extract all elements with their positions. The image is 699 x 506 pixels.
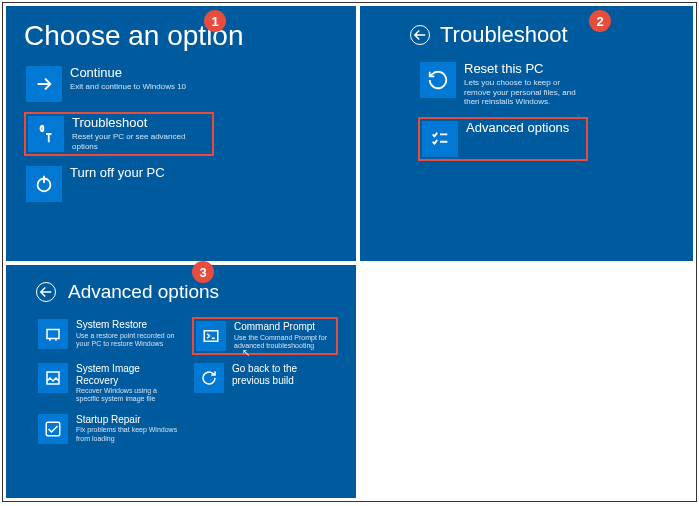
tile-label: Advanced options <box>466 121 569 136</box>
svg-rect-2 <box>204 331 218 342</box>
terminal-icon <box>196 321 226 351</box>
tile-go-back-previous-build[interactable]: Go back to the previous build <box>192 361 338 406</box>
tile-system-restore[interactable]: System Restore Use a restore point recor… <box>36 317 182 355</box>
page-title: Advanced options <box>68 281 219 303</box>
checklist-icon <box>422 121 458 157</box>
svg-rect-3 <box>47 372 59 384</box>
tile-reset-pc[interactable]: Reset this PC Lets you choose to keep or… <box>418 60 588 109</box>
restore-icon <box>38 319 68 349</box>
tile-command-prompt[interactable]: Command Prompt Use the Command Prompt fo… <box>192 317 338 355</box>
tile-label: Troubleshoot <box>72 116 210 131</box>
svg-rect-1 <box>47 330 59 339</box>
tile-label: System Restore <box>76 319 180 331</box>
panel-advanced-options: 3 Advanced options System Restore Use a … <box>6 265 356 498</box>
tile-system-image-recovery[interactable]: System Image Recovery Recover Windows us… <box>36 361 182 406</box>
tools-icon <box>28 116 64 152</box>
tile-label: Turn off your PC <box>70 166 165 181</box>
tile-subtitle: Fix problems that keep Windows from load… <box>76 426 180 443</box>
tile-subtitle: Use a restore point recorded on your PC … <box>76 332 180 349</box>
tile-label: System Image Recovery <box>76 363 180 386</box>
tile-subtitle: Use the Command Prompt for advanced trou… <box>234 334 334 351</box>
panel-choose-option: 1 Choose an option Continue Exit and con… <box>6 6 356 261</box>
tile-subtitle: Reset your PC or see advanced options <box>72 132 210 151</box>
tile-subtitle: Exit and continue to Windows 10 <box>70 82 186 92</box>
page-title: Troubleshoot <box>440 22 568 48</box>
tile-label: Go back to the previous build <box>232 363 336 386</box>
tile-advanced-options[interactable]: Advanced options <box>418 117 588 161</box>
svg-rect-4 <box>46 422 60 436</box>
step-badge-1: 1 <box>204 10 226 32</box>
tile-label: Continue <box>70 66 186 81</box>
tile-label: Startup Repair <box>76 414 180 426</box>
tile-troubleshoot[interactable]: Troubleshoot Reset your PC or see advanc… <box>24 112 214 156</box>
back-button[interactable] <box>410 25 430 45</box>
tile-label: Reset this PC <box>464 62 586 77</box>
power-icon <box>26 166 62 202</box>
arrow-right-icon <box>26 66 62 102</box>
tile-subtitle: Recover Windows using a specific system … <box>76 387 180 404</box>
back-button[interactable] <box>36 282 56 302</box>
image-recovery-icon <box>38 363 68 393</box>
startup-repair-icon <box>38 414 68 444</box>
tile-label: Command Prompt <box>234 321 334 333</box>
step-badge-2: 2 <box>589 10 611 32</box>
tile-continue[interactable]: Continue Exit and continue to Windows 10 <box>24 64 214 104</box>
reset-icon <box>420 62 456 98</box>
previous-build-icon <box>194 363 224 393</box>
panel-troubleshoot: 2 Troubleshoot Reset this PC Lets you ch… <box>360 6 693 261</box>
tile-turn-off[interactable]: Turn off your PC <box>24 164 214 204</box>
tile-subtitle: Lets you choose to keep or remove your p… <box>464 78 586 107</box>
tile-startup-repair[interactable]: Startup Repair Fix problems that keep Wi… <box>36 412 182 446</box>
step-badge-3: 3 <box>192 261 214 283</box>
